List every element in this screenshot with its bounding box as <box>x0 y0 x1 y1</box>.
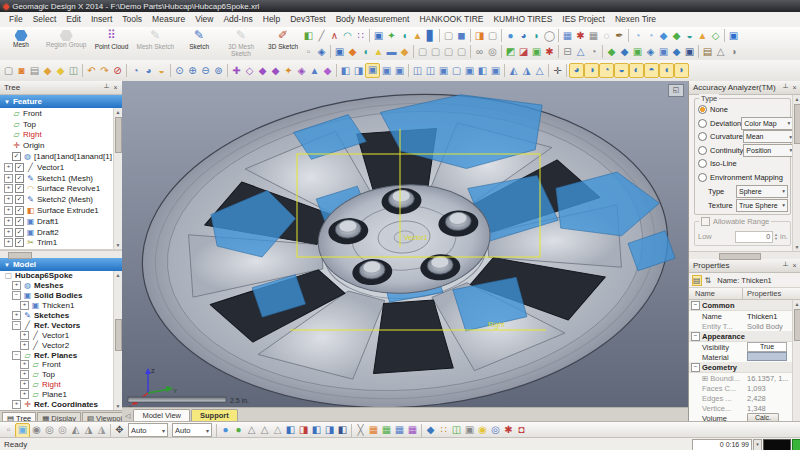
bulb-icon[interactable]: ◉ <box>476 423 489 437</box>
dotted-circle-icon[interactable]: ◌ <box>600 29 613 43</box>
analyzer4-icon[interactable]: ◒ <box>614 63 629 78</box>
viewport[interactable]: Vector1RightZYx2.5 in. ◱ <box>122 81 688 407</box>
pen-icon[interactable]: ✒ <box>613 29 626 43</box>
checkbox-checked-icon[interactable]: ✓ <box>15 195 24 204</box>
measure-icon[interactable]: ✛ <box>551 64 564 78</box>
model-tree-vscrollbar[interactable]: ▲▼ <box>113 271 122 410</box>
clip2-icon[interactable]: ◨ <box>297 423 310 437</box>
bell2-icon[interactable]: ▲ <box>372 45 385 59</box>
tree-item-1and-1and-1anand-1[interactable]: ✓◍[1and[1and[1anand[1] <box>0 151 122 162</box>
rotate-icon[interactable]: ◇ <box>243 64 256 78</box>
body-view3-icon[interactable]: ▣ <box>437 64 450 78</box>
tree-item-ref-coordinates[interactable]: +✛Ref. Coordinates <box>0 400 122 410</box>
tree-item-sketch2-mesh[interactable]: +✓✎Sketch2 (Mesh) <box>0 194 122 205</box>
tree-item-plane1[interactable]: +▱Plane1 <box>0 390 122 400</box>
tree-item-meshes[interactable]: +◍Meshes <box>0 281 122 291</box>
body-view6-icon[interactable]: ◧ <box>476 64 489 78</box>
region-icon[interactable]: ◧ <box>302 29 315 43</box>
shaded-view-icon[interactable]: ▣ <box>365 63 380 78</box>
diamond-icon[interactable]: ◈ <box>315 45 328 59</box>
mesh-tri1-icon[interactable]: ◭ <box>507 64 520 78</box>
analyzer2-icon[interactable]: ◑ <box>584 63 599 78</box>
cube-x3-icon[interactable]: ◆ <box>670 45 683 59</box>
gem2-icon[interactable]: ◆ <box>321 64 334 78</box>
menu-tools[interactable]: Tools <box>117 12 147 27</box>
cube-dark-icon[interactable]: ▣ <box>683 45 696 59</box>
tree-item-solid-bodies[interactable]: −▣Solid Bodies <box>0 291 122 301</box>
points-icon[interactable]: ∷ <box>354 29 367 43</box>
menu-help[interactable]: Help <box>258 12 285 27</box>
viewport-maximize-icon[interactable]: ◱ <box>668 84 684 97</box>
spinner-icon[interactable]: ▲▼ <box>774 233 778 241</box>
analyzer8-icon[interactable]: ◗ <box>674 63 689 78</box>
body-view4-icon[interactable]: ▢ <box>450 64 463 78</box>
drop2-icon[interactable]: ◆ <box>670 29 683 43</box>
checkbox-checked-icon[interactable]: ✓ <box>15 163 24 172</box>
shell-icon[interactable]: ◒ <box>683 29 696 43</box>
tree-item-front[interactable]: +▱Front <box>0 360 122 370</box>
curvature-dropdown[interactable]: Mean▾ <box>743 130 795 143</box>
umbrella-icon[interactable]: ◆ <box>346 45 359 59</box>
cube-plain-icon[interactable]: ▣ <box>657 45 670 59</box>
tree-item-sketches[interactable]: +✎Sketches <box>0 311 122 321</box>
menu-add-ins[interactable]: Add-Ins <box>218 12 257 27</box>
import-icon[interactable]: ▤ <box>28 64 41 78</box>
zoom-out-icon[interactable]: ⊖ <box>199 64 212 78</box>
grid-orange-icon[interactable]: ▦ <box>367 423 380 437</box>
undo-icon[interactable]: ↶ <box>85 64 98 78</box>
paint3-icon[interactable]: ◮ <box>95 423 108 437</box>
orient-icon[interactable]: ◈ <box>295 64 308 78</box>
render-dropdown[interactable]: Auto▾ <box>172 423 212 437</box>
tree-item-vector1[interactable]: +╱Vector1 <box>0 330 122 340</box>
body-view1-icon[interactable]: ◫ <box>411 64 424 78</box>
tree-item-trim1[interactable]: +✓✂Trim1 <box>0 238 122 249</box>
close-icon[interactable]: × <box>111 84 120 91</box>
clip3-icon[interactable]: ◧ <box>310 423 323 437</box>
body3-icon[interactable]: ▢ <box>442 45 455 59</box>
circle-icon[interactable]: ◯ <box>543 29 556 43</box>
tree-item-ref-vectors[interactable]: −╱Ref. Vectors <box>0 320 122 330</box>
ghost-sphere-icon[interactable]: ◔ <box>631 29 644 43</box>
analyzer7-icon[interactable]: ◖ <box>659 63 674 78</box>
ribbon-button-3d-sketch[interactable]: ✐3D Sketch <box>262 27 304 60</box>
burst2-icon[interactable]: ✱ <box>502 423 515 437</box>
grid-blue-icon[interactable]: ▦ <box>393 423 406 437</box>
cancel-icon[interactable]: ⊘ <box>111 64 124 78</box>
checkbox-checked-icon[interactable]: ✓ <box>15 228 24 237</box>
wire2-icon[interactable]: ◨ <box>352 64 365 78</box>
tree-item-origin[interactable]: ✛Origin <box>0 140 122 151</box>
star-icon[interactable]: ✱ <box>574 29 587 43</box>
expand-icon[interactable]: + <box>20 360 29 369</box>
cube-doc-icon[interactable]: ▣ <box>631 45 644 59</box>
ribbon-button-mesh[interactable]: Mesh <box>0 27 42 60</box>
expand-icon[interactable]: + <box>20 301 29 310</box>
body4-icon[interactable]: ▢ <box>455 45 468 59</box>
poly-icon[interactable]: ◆ <box>424 423 437 437</box>
property-group-geometry[interactable]: −Geometry <box>689 362 800 373</box>
shade2-icon[interactable]: ● <box>232 423 245 437</box>
boxred-icon[interactable]: ◪ <box>517 45 530 59</box>
menu-insert[interactable]: Insert <box>86 12 117 27</box>
boxgreen2-icon[interactable]: ▣ <box>530 45 543 59</box>
cube-arrow-icon[interactable]: ◈ <box>644 45 657 59</box>
feature-header[interactable]: ▼ Feature <box>0 95 122 108</box>
cut-icon[interactable]: ╳ <box>354 423 367 437</box>
tree-item-draft2[interactable]: +✓▣Draft2 <box>0 227 122 238</box>
close-icon[interactable]: × <box>790 84 799 91</box>
axes-icon[interactable]: ∧ <box>328 29 341 43</box>
analyzer1-icon[interactable]: ◕ <box>569 63 584 78</box>
feature-tree-vscrollbar[interactable]: ▲▼ <box>113 108 122 249</box>
frame-icon[interactable]: ▢ <box>486 29 499 43</box>
select-box-icon[interactable]: ▫ <box>2 423 15 437</box>
redo-icon[interactable]: ↷ <box>98 64 111 78</box>
mesh-tri2-icon[interactable]: ◮ <box>520 64 533 78</box>
tree-item-thicken1[interactable]: +▣Thicken1 <box>0 301 122 311</box>
material-swatch[interactable] <box>747 352 787 361</box>
cone-icon[interactable]: ▲ <box>411 29 424 43</box>
web-icon[interactable]: ◎ <box>489 423 502 437</box>
scale-icon[interactable]: ◆ <box>256 64 269 78</box>
radio-icon[interactable] <box>698 132 707 141</box>
expand-icon[interactable]: + <box>4 238 13 247</box>
visibility-value[interactable]: True <box>747 342 787 352</box>
new-doc-icon[interactable]: ▢ <box>2 64 15 78</box>
